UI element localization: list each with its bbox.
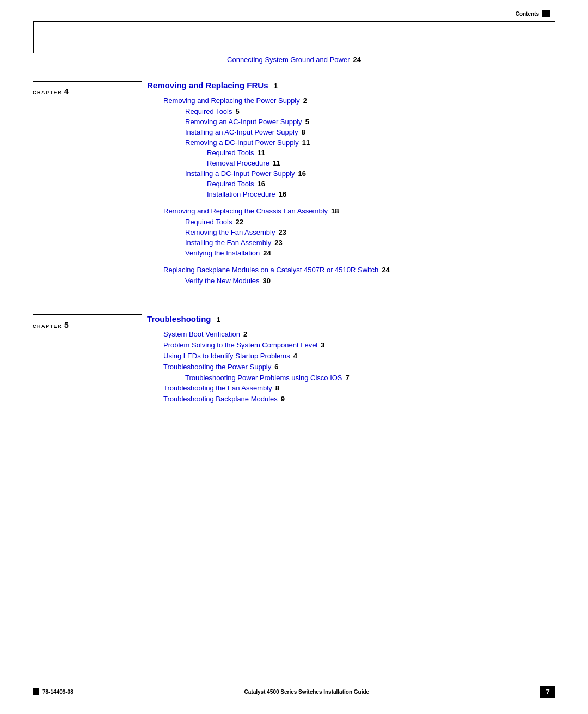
toc-entry-verify-modules: Verify the New Modules30	[185, 277, 555, 285]
toc-entry-ts-fan: Troubleshooting the Fan Assembly8	[163, 384, 555, 392]
install-proc-link[interactable]: Installation Procedure	[207, 190, 275, 198]
req-tools-install-dc-link[interactable]: Required Tools	[207, 180, 254, 188]
footer-title: Catalyst 4500 Series Switches Installati…	[74, 689, 540, 695]
chapter-4-title: Removing and Replacing FRUs 1	[147, 81, 555, 90]
removal-proc-link[interactable]: Removal Procedure	[207, 159, 270, 167]
installing-fan-link[interactable]: Installing the Fan Assembly	[185, 239, 271, 247]
toc-entry-install-ac: Installing an AC-Input Power Supply8	[185, 128, 555, 136]
toc-entry-verifying-install: Verifying the Installation24	[185, 249, 555, 257]
chapter-4-block: chapter 4 Removing and Replacing FRUs 1 …	[33, 81, 555, 287]
header: Contents	[516, 10, 550, 17]
power-supply-page: 2	[303, 96, 307, 105]
install-dc-link[interactable]: Installing a DC-Input Power Supply	[185, 169, 295, 178]
toc-entry-fan-req-tools: Required Tools22	[185, 218, 555, 226]
req-tools-dc-link[interactable]: Required Tools	[207, 149, 254, 157]
toc-entry-boot-verify: System Boot Verification2	[163, 330, 555, 338]
req-tools-install-dc-page: 16	[257, 180, 265, 188]
chapter-4-label: chapter 4	[33, 87, 69, 96]
verify-modules-page: 30	[263, 277, 271, 285]
install-proc-page: 16	[279, 190, 286, 198]
toc-entry-fan-assembly: Removing and Replacing the Chassis Fan A…	[163, 207, 555, 215]
install-dc-page: 16	[298, 169, 306, 178]
header-label: Contents	[516, 11, 539, 17]
ts-fan-link[interactable]: Troubleshooting the Fan Assembly	[163, 384, 272, 392]
chapter-4-title-page: 1	[274, 82, 278, 90]
toc-entry-install-proc: Installation Procedure16	[207, 190, 555, 198]
chapter-4-title-link[interactable]: Removing and Replacing FRUs	[147, 81, 268, 90]
ts-backplane-link[interactable]: Troubleshooting Backplane Modules	[163, 395, 278, 403]
ts-fan-page: 8	[275, 384, 279, 392]
toc-entry-remove-ac: Removing an AC-Input Power Supply5	[185, 118, 555, 126]
chapter-5-title-link[interactable]: Troubleshooting	[147, 314, 211, 324]
chapter-5-title-page: 1	[217, 315, 220, 324]
top-border	[33, 21, 555, 22]
req-tools-dc-page: 11	[257, 149, 265, 157]
toc-entry-req-tools-install-dc: Required Tools16	[207, 180, 555, 188]
boot-verify-page: 2	[243, 330, 247, 338]
chapter-5-rule	[33, 314, 142, 315]
leds-link[interactable]: Using LEDs to Identify Startup Problems	[163, 352, 290, 360]
chapter-5-content: Troubleshooting 1 System Boot Verificati…	[142, 314, 555, 406]
power-supply-link[interactable]: Removing and Replacing the Power Supply	[163, 96, 300, 105]
req-tools-1-page: 5	[235, 107, 239, 115]
backplane-page: 24	[382, 266, 389, 274]
toc-entry-ts-power-cisco: Troubleshooting Power Problems using Cis…	[185, 374, 555, 382]
main-content: Connecting System Ground and Power24 cha…	[33, 54, 555, 422]
remove-ac-page: 5	[305, 118, 309, 126]
remove-dc-link[interactable]: Removing a DC-Input Power Supply	[185, 138, 299, 147]
chapter-4-label-area: chapter 4	[33, 81, 142, 287]
spacer-2	[147, 259, 555, 266]
chapter-5-title: Troubleshooting 1	[147, 314, 555, 324]
removing-fan-page: 23	[278, 228, 286, 236]
backplane-link[interactable]: Replacing Backplane Modules on a Catalys…	[163, 266, 378, 274]
installing-fan-page: 23	[274, 239, 282, 247]
fan-assembly-page: 18	[331, 207, 339, 215]
ts-power-page: 6	[274, 363, 278, 371]
fan-assembly-link[interactable]: Removing and Replacing the Chassis Fan A…	[163, 207, 328, 215]
toc-entry-ts-backplane: Troubleshooting Backplane Modules9	[163, 395, 555, 403]
left-rule	[33, 21, 34, 53]
install-ac-link[interactable]: Installing an AC-Input Power Supply	[185, 128, 298, 136]
footer-page-number: 7	[540, 686, 555, 698]
chapter-5-label-area: chapter 5	[33, 314, 142, 406]
fan-req-tools-page: 22	[235, 218, 243, 226]
ts-power-cisco-link[interactable]: Troubleshooting Power Problems using Cis…	[185, 374, 342, 382]
spacer-chapters	[33, 303, 555, 314]
header-square-icon	[542, 10, 550, 17]
toc-entry-leds: Using LEDs to Identify Startup Problems4	[163, 352, 555, 360]
verifying-install-link[interactable]: Verifying the Installation	[185, 249, 260, 257]
remove-ac-link[interactable]: Removing an AC-Input Power Supply	[185, 118, 302, 126]
verify-modules-link[interactable]: Verify the New Modules	[185, 277, 260, 285]
leds-page: 4	[293, 352, 297, 360]
toc-entry-ts-power: Troubleshooting the Power Supply6	[163, 363, 555, 371]
footer-square-icon	[33, 688, 39, 695]
toc-entry-removal-proc: Removal Procedure11	[207, 159, 555, 167]
top-toc-link[interactable]: Connecting System Ground and Power	[227, 56, 350, 64]
toc-entry-install-dc: Installing a DC-Input Power Supply16	[185, 169, 555, 178]
toc-entry-req-tools-1: Required Tools5	[185, 107, 555, 115]
footer-rule	[33, 681, 555, 682]
problem-solving-link[interactable]: Problem Solving to the System Component …	[163, 341, 317, 349]
problem-solving-page: 3	[321, 341, 324, 349]
top-toc-page: 24	[353, 56, 361, 64]
boot-verify-link[interactable]: System Boot Verification	[163, 330, 240, 338]
ts-power-link[interactable]: Troubleshooting the Power Supply	[163, 363, 271, 371]
ts-backplane-page: 9	[281, 395, 285, 403]
install-ac-page: 8	[301, 128, 305, 136]
ts-power-cisco-page: 7	[346, 374, 350, 382]
verifying-install-page: 24	[263, 249, 271, 257]
fan-req-tools-link[interactable]: Required Tools	[185, 218, 232, 226]
toc-entry-removing-fan: Removing the Fan Assembly23	[185, 228, 555, 236]
toc-entry-power-supply: Removing and Replacing the Power Supply2	[163, 96, 555, 105]
toc-entry-req-tools-dc: Required Tools11	[207, 149, 555, 157]
footer-left: 78-14409-08	[33, 688, 74, 695]
removal-proc-page: 11	[273, 159, 280, 167]
removing-fan-link[interactable]: Removing the Fan Assembly	[185, 228, 275, 236]
spacer-1	[147, 200, 555, 207]
chapter-4-content: Removing and Replacing FRUs 1 Removing a…	[142, 81, 555, 287]
footer: 78-14409-08 Catalyst 4500 Series Switche…	[33, 681, 555, 698]
req-tools-1-link[interactable]: Required Tools	[185, 107, 232, 115]
footer-inner: 78-14409-08 Catalyst 4500 Series Switche…	[33, 686, 555, 698]
toc-entry-problem-solving: Problem Solving to the System Component …	[163, 341, 555, 349]
chapter-4-rule	[33, 81, 142, 82]
